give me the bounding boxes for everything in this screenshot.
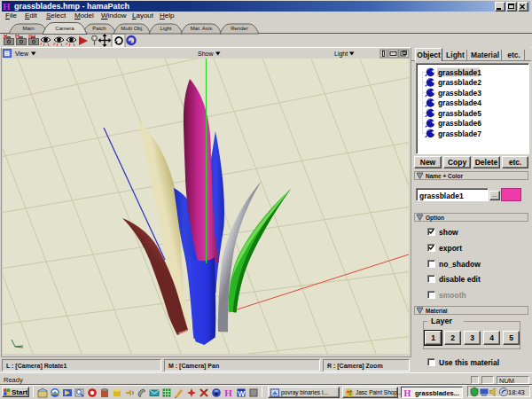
svg-text:Camera: Camera: [55, 26, 74, 31]
svg-text:grassblade5: grassblade5: [438, 109, 481, 118]
svg-text:Light: Light: [160, 26, 171, 31]
svg-text:Render: Render: [231, 26, 248, 31]
svg-text:Show: Show: [198, 51, 214, 57]
svg-text:W: W: [238, 389, 246, 398]
svg-text:grassblade1: grassblade1: [438, 68, 481, 77]
svg-text:grassblade7: grassblade7: [438, 129, 481, 138]
svg-text:View: View: [15, 51, 29, 57]
svg-text:Main: Main: [22, 26, 34, 31]
svg-text:Mat. Axis: Mat. Axis: [191, 26, 212, 31]
svg-text:grassblade6: grassblade6: [438, 119, 481, 128]
svg-text:H: H: [404, 388, 411, 397]
svg-text:Start: Start: [12, 388, 28, 396]
svg-text:Light: Light: [334, 51, 348, 58]
svg-text:Multi Obj.: Multi Obj.: [121, 26, 144, 31]
svg-text:B: B: [4, 50, 10, 58]
svg-text:grassblade4: grassblade4: [438, 98, 481, 107]
svg-text:grassblade3: grassblade3: [438, 89, 481, 98]
svg-text:H: H: [224, 387, 232, 398]
svg-text:Patch: Patch: [92, 26, 106, 31]
svg-text:grassblade2: grassblade2: [438, 78, 481, 87]
